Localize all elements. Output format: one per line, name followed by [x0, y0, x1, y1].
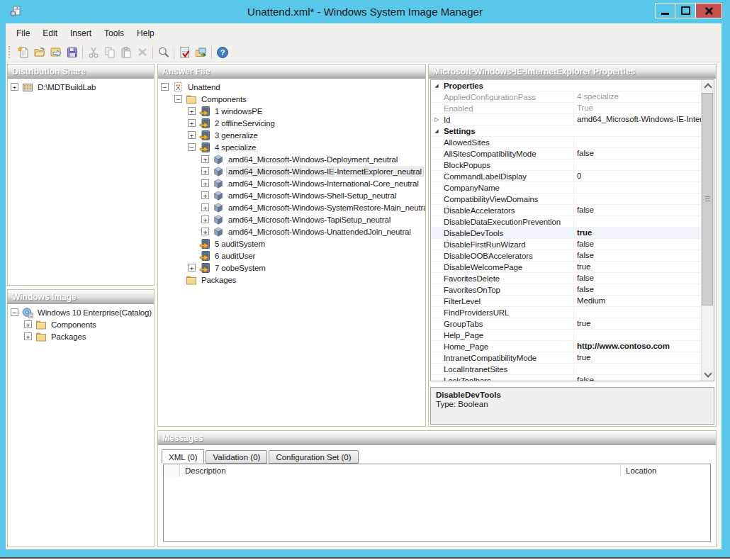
property-value[interactable]: 0 — [573, 171, 714, 181]
expand-toggle[interactable]: + — [201, 179, 209, 187]
property-value[interactable]: false — [573, 250, 714, 261]
expand-toggle[interactable]: + — [201, 228, 209, 235]
expander-icon[interactable]: ▷ — [431, 116, 442, 123]
property-row-allsitescompatibilitymode[interactable]: AllSitesCompatibilityModefalse — [431, 148, 714, 159]
tree-item-amd64-microsoft-windows-international-core-neutral[interactable]: +amd64_Microsoft-Windows-International-C… — [158, 177, 425, 189]
tree-item-5-auditsystem[interactable]: 5 auditSystem — [158, 237, 425, 250]
tab-validation-0[interactable]: Validation (0) — [206, 450, 267, 464]
tree-item-2-offlineservicing[interactable]: +2 offlineServicing — [158, 117, 425, 129]
property-value[interactable]: amd64_Microsoft-Windows-IE-InternetExplo… — [573, 114, 714, 125]
tree-item-1-windowspe[interactable]: +1 windowsPE — [158, 105, 425, 117]
tree-item-4-specialize[interactable]: −4 specialize — [158, 141, 425, 153]
expander-icon[interactable]: ◢ — [431, 128, 442, 134]
toolbar-grip[interactable] — [9, 46, 12, 58]
tree-item-components[interactable]: −Components — [158, 93, 425, 105]
property-row-home-page[interactable]: Home_Pagehttp://www.contoso.com — [431, 341, 714, 352]
property-row-allowedsites[interactable]: AllowedSites — [431, 137, 714, 148]
property-value[interactable] — [573, 137, 714, 147]
property-row-favoritesdelete[interactable]: FavoritesDeletefalse — [431, 273, 714, 284]
menu-item-help[interactable]: Help — [130, 26, 161, 41]
tree-item-packages[interactable]: Packages — [158, 274, 425, 286]
expand-toggle[interactable]: − — [11, 308, 18, 316]
property-value[interactable]: false — [573, 239, 714, 250]
property-value[interactable] — [573, 182, 714, 193]
property-value[interactable]: http://www.contoso.com — [573, 341, 714, 352]
property-value[interactable]: false — [573, 205, 714, 215]
minimize-button[interactable] — [655, 3, 675, 18]
scroll-up-button[interactable] — [702, 80, 714, 92]
menu-item-insert[interactable]: Insert — [64, 26, 98, 41]
tab-configuration-set-0[interactable]: Configuration Set (0) — [269, 450, 358, 464]
property-row-intranetcompatibilitymode[interactable]: IntranetCompatibilityModetrue — [431, 352, 714, 364]
property-value[interactable]: 4 specialize — [573, 91, 714, 102]
expand-toggle[interactable]: + — [201, 215, 209, 223]
expand-toggle[interactable]: + — [188, 107, 196, 115]
property-row-disableoobaccelerators[interactable]: DisableOOBAcceleratorsfalse — [431, 250, 714, 262]
property-section-settings[interactable]: ◢Settings — [431, 125, 714, 137]
messages-column-blank[interactable] — [164, 464, 180, 477]
property-row-disabledevtools[interactable]: DisableDevToolstrue — [431, 228, 714, 239]
tree-item-amd64-microsoft-windows-shell-setup-neutral[interactable]: +amd64_Microsoft-Windows-Shell-Setup_neu… — [158, 189, 425, 201]
tree-item-amd64-microsoft-windows-tapisetup-neutral[interactable]: +amd64_Microsoft-Windows-TapiSetup_neutr… — [158, 213, 425, 225]
expand-toggle[interactable]: + — [201, 167, 209, 175]
messages-column-description[interactable]: Description — [180, 464, 621, 477]
expand-toggle[interactable]: + — [24, 320, 32, 328]
property-row-id[interactable]: ▷Idamd64_Microsoft-Windows-IE-InternetEx… — [431, 114, 714, 125]
help-button[interactable]: ? — [214, 45, 230, 60]
save-answer-file-button[interactable] — [64, 45, 80, 60]
tree-item-3-generalize[interactable]: +3 generalize — [158, 129, 425, 141]
property-row-appliedconfigurationpass[interactable]: AppliedConfigurationPass4 specialize — [431, 91, 714, 103]
property-value[interactable]: true — [573, 228, 714, 238]
tree-item-packages[interactable]: +Packages — [8, 330, 154, 342]
property-value[interactable]: true — [573, 318, 714, 329]
property-value[interactable]: false — [573, 284, 714, 295]
property-row-filterlevel[interactable]: FilterLevelMedium — [431, 296, 714, 307]
expand-toggle[interactable]: − — [161, 83, 169, 91]
property-grid-scrollbar[interactable] — [701, 80, 714, 381]
expand-toggle[interactable]: + — [24, 332, 32, 340]
property-row-companyname[interactable]: CompanyName — [431, 182, 714, 194]
expand-toggle[interactable]: + — [188, 264, 196, 271]
expand-toggle[interactable]: + — [201, 203, 209, 211]
expand-toggle[interactable]: + — [201, 191, 209, 199]
close-button[interactable] — [696, 3, 722, 18]
property-row-enabled[interactable]: EnabledTrue — [431, 103, 714, 114]
validate-answer-file-button[interactable] — [176, 45, 193, 60]
tree-item-7-oobesystem[interactable]: +7 oobeSystem — [158, 262, 425, 274]
tree-item-amd64-microsoft-windows-ie-internetexplorer-neutral[interactable]: +amd64_Microsoft-Windows-IE-InternetExpl… — [158, 165, 425, 177]
new-answer-file-button[interactable] — [15, 45, 31, 60]
property-value[interactable]: true — [573, 262, 714, 272]
property-row-commandlabeldisplay[interactable]: CommandLabelDisplay0 — [431, 171, 714, 182]
property-value[interactable]: true — [573, 352, 714, 363]
expand-toggle[interactable]: − — [174, 95, 182, 103]
property-value[interactable]: false — [573, 375, 714, 381]
property-row-disablefirstrunwizard[interactable]: DisableFirstRunWizardfalse — [431, 239, 714, 250]
property-value[interactable] — [573, 364, 714, 374]
menu-item-edit[interactable]: Edit — [36, 26, 64, 41]
expander-icon[interactable]: ◢ — [431, 83, 442, 89]
property-row-compatibilityviewdomains[interactable]: CompatibilityViewDomains — [431, 194, 714, 205]
property-value[interactable]: True — [573, 103, 714, 113]
tree-item-amd64-microsoft-windows-unattendedjoin-neutral[interactable]: +amd64_Microsoft-Windows-UnattendedJoin_… — [158, 225, 425, 237]
menu-item-file[interactable]: File — [10, 26, 36, 41]
tree-item-windows-10-enterprise-catalog[interactable]: −Windows 10 Enterprise(Catalog) — [8, 306, 154, 318]
expand-toggle[interactable]: + — [201, 155, 209, 163]
tree-item-d-mdtbuildlab[interactable]: +D:\MDTBuildLab — [8, 81, 154, 93]
property-row-disabledataexecutionprevention[interactable]: DisableDataExecutionPrevention — [431, 216, 714, 228]
tree-item-6-audituser[interactable]: 6 auditUser — [158, 250, 425, 262]
expand-toggle[interactable]: − — [188, 143, 196, 151]
tree-item-unattend[interactable]: −Unattend — [158, 81, 425, 93]
tree-item-amd64-microsoft-windows-systemrestore-main-neutral[interactable]: +amd64_Microsoft-Windows-SystemRestore-M… — [158, 201, 425, 213]
property-value[interactable]: false — [573, 273, 714, 284]
property-value[interactable] — [573, 80, 714, 91]
expand-toggle[interactable]: + — [11, 83, 18, 91]
property-row-help-page[interactable]: Help_Page — [431, 330, 714, 341]
tree-item-components[interactable]: +Components — [8, 318, 154, 330]
property-section-properties[interactable]: ◢Properties — [431, 80, 714, 91]
expand-toggle[interactable]: + — [188, 119, 196, 127]
property-row-favoritesontop[interactable]: FavoritesOnTopfalse — [431, 284, 714, 296]
tree-item-amd64-microsoft-windows-deployment-neutral[interactable]: +amd64_Microsoft-Windows-Deployment_neut… — [158, 153, 425, 165]
menu-item-tools[interactable]: Tools — [98, 26, 130, 41]
property-value[interactable] — [573, 159, 714, 170]
property-row-findprovidersurl[interactable]: FindProvidersURL — [431, 307, 714, 318]
